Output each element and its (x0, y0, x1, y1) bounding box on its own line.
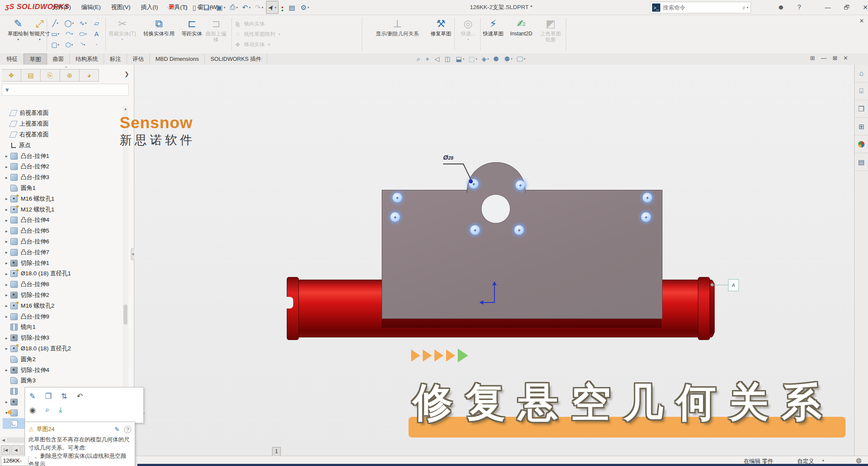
expand-arrow-icon[interactable]: ▸ (3, 400, 10, 404)
tree-item[interactable]: ▸ 凸台-拉伸2 (3, 161, 120, 172)
sketch-plate-region[interactable] (382, 190, 662, 319)
model-tab[interactable]: 126KK- (1, 456, 29, 466)
tree-item[interactable]: 原点 (3, 140, 120, 151)
relation-badge[interactable]: + (470, 225, 480, 235)
hide-show-items-icon[interactable]: ◈▾ (480, 55, 490, 63)
search-icon[interactable]: ⌕ (742, 4, 746, 11)
command-tab[interactable]: MBD Dimensions (150, 54, 205, 64)
search-input[interactable] (662, 4, 742, 11)
relation-badge[interactable]: + (514, 225, 524, 235)
rollback-icon[interactable]: ↶ (77, 392, 83, 401)
hide-icon[interactable]: ◉ (29, 406, 36, 415)
relation-badge[interactable]: + (393, 193, 402, 202)
tree-item[interactable]: 圆角1 (3, 183, 120, 194)
open-icon[interactable]: ❏▾ (202, 1, 214, 13)
spline-tool-icon[interactable]: ∿▾ (76, 18, 90, 28)
featuremanager-tab-icon[interactable]: ❖ (2, 69, 21, 82)
file-explorer-icon[interactable]: ❒ (855, 100, 868, 118)
account-icon[interactable]: ☻ (777, 3, 785, 11)
config-tab[interactable]: 1 (272, 447, 281, 456)
taskpane-home-icon[interactable]: ⌂ (855, 65, 868, 82)
cascade-windows-icon[interactable]: ⊞ (810, 55, 815, 61)
tree-item[interactable]: ▸ 切除-拉伸2 (3, 290, 120, 301)
offset-entities-button[interactable]: ⊏ 等距实体 (181, 17, 203, 37)
print-icon[interactable]: ⎙▾ (228, 1, 240, 13)
part-right-flange[interactable] (698, 277, 710, 340)
display-style-icon[interactable]: ⬚▾ (467, 55, 478, 63)
section-view-icon[interactable]: ◫ (443, 55, 453, 63)
configurationmanager-tab-icon[interactable]: ⎘ (41, 69, 60, 82)
report-icon[interactable]: ▤ (287, 1, 298, 13)
expand-arrow-icon[interactable]: ▸ (3, 154, 10, 158)
datum-callout[interactable]: A (728, 279, 739, 291)
line-tool-icon[interactable]: ╱▾ (48, 18, 62, 28)
restore-doc-icon[interactable]: ⊠ (833, 55, 837, 61)
previous-view-icon[interactable]: ◁ (433, 55, 442, 63)
zoom-fit-icon[interactable]: ⌕ (415, 55, 422, 63)
command-search[interactable]: >_ ⌕ ▾ (650, 2, 751, 13)
relation-badge[interactable]: + (643, 193, 652, 202)
tree-item[interactable]: 镜向1 (3, 322, 120, 333)
select-cursor-icon[interactable]: ➤▾ (266, 1, 279, 14)
expand-arrow-icon[interactable]: ▸ (3, 196, 10, 201)
expand-arrow-icon[interactable]: ▸ (3, 271, 10, 276)
menu-item[interactable]: 插入(I) (136, 0, 163, 15)
rectangle-tool-icon[interactable]: ▭▾ (48, 28, 62, 39)
tree-item[interactable]: ▸ 凸台-拉伸6 (3, 236, 120, 247)
scroll-left-icon[interactable]: ◀ (0, 438, 7, 442)
tree-item[interactable]: ▸ 凸台-拉伸4 (3, 215, 120, 226)
scrollbar-thumb[interactable] (124, 305, 127, 324)
expand-arrow-icon[interactable]: ▸ (3, 314, 10, 319)
performance-icon[interactable]: ● (279, 1, 286, 13)
tab-prev-icon[interactable]: ◀ (11, 445, 21, 455)
scroll-up-icon[interactable]: ▲ (123, 106, 128, 112)
close-doc-icon[interactable]: ✕ (843, 55, 848, 61)
part-left-flange[interactable] (287, 277, 299, 340)
help-icon[interactable]: ? (124, 426, 131, 433)
tree-item[interactable]: ▸ 切除-拉伸4 (3, 365, 120, 375)
edit-appearance-icon[interactable]: ⚈ (492, 55, 501, 63)
tree-item[interactable]: ▸ 凸台-拉伸3 (3, 172, 120, 183)
expand-arrow-icon[interactable]: ▸ (3, 303, 10, 308)
view-orientation-icon[interactable]: ⬓▾ (455, 55, 466, 63)
relation-badge[interactable]: + (641, 212, 651, 222)
expand-arrow-icon[interactable]: ▸ (3, 282, 10, 287)
polygon-tool-icon[interactable]: ⬡▾ (62, 39, 76, 50)
edit-sketch-icon[interactable]: ✎ (114, 426, 120, 433)
tree-item[interactable]: ▸ M16 螺纹孔1 (3, 193, 120, 204)
tree-item[interactable]: 圆角2 (3, 354, 120, 365)
expand-arrow-icon[interactable]: ▸ (3, 293, 10, 297)
point-tool-icon[interactable]: ꞏ (90, 39, 104, 50)
expand-arrow-icon[interactable]: ▸ (3, 218, 10, 223)
ellipse-tool-icon[interactable]: ⬭▾ (76, 28, 90, 39)
command-tab[interactable]: 曲面 (47, 54, 70, 64)
circle-tool-icon[interactable]: ◯▾ (62, 18, 76, 28)
restore-window-icon[interactable]: 🗗 (844, 4, 850, 11)
tree-item[interactable]: 右视基准面 (3, 129, 120, 140)
edit-sketch-icon[interactable]: ✎ (29, 392, 35, 401)
tree-item[interactable]: 前视基准面 (3, 108, 120, 119)
expand-arrow-icon[interactable]: ▸ (3, 346, 10, 351)
rapid-sketch-button[interactable]: ⚡ 快速草图 (482, 17, 504, 37)
normal-to-icon[interactable]: ⤓ (59, 406, 62, 414)
appearances-icon[interactable] (855, 135, 868, 153)
command-tab[interactable]: 草图 (24, 54, 47, 65)
tab-first-icon[interactable]: |◀ (1, 445, 10, 455)
tree-item[interactable]: ▸ 切除-拉伸1 (3, 258, 120, 268)
display-delete-relations-button[interactable]: ⊥ 显示/删除几何关系 (366, 17, 428, 37)
dimension-attach-point[interactable] (469, 179, 473, 183)
expand-arrow-icon[interactable]: ▸ (3, 336, 10, 340)
propertymanager-tab-icon[interactable]: ▤ (21, 69, 41, 82)
tree-item[interactable]: 圆角3 (3, 375, 120, 386)
search-dropdown-icon[interactable]: ▾ (747, 6, 748, 9)
tree-vertical-scrollbar[interactable]: ▲ (123, 106, 128, 434)
displaymanager-tab-icon[interactable]: ◕ (79, 69, 99, 82)
repair-sketch-button[interactable]: ⚒ 修复草图 (429, 17, 453, 37)
expand-arrow-icon[interactable]: ▸ (3, 175, 10, 180)
tree-item[interactable]: ▸ 切除-拉伸3 (3, 333, 120, 343)
close-ribbon-icon[interactable]: ✕ (859, 18, 864, 24)
zoom-area-icon[interactable]: ⌖ (424, 55, 431, 63)
tree-item[interactable]: ▸ M16 螺纹孔2 (3, 300, 120, 311)
command-tab[interactable]: 结构系统 (70, 54, 104, 64)
status-custom-dropdown-icon[interactable]: ▾ (822, 459, 824, 463)
